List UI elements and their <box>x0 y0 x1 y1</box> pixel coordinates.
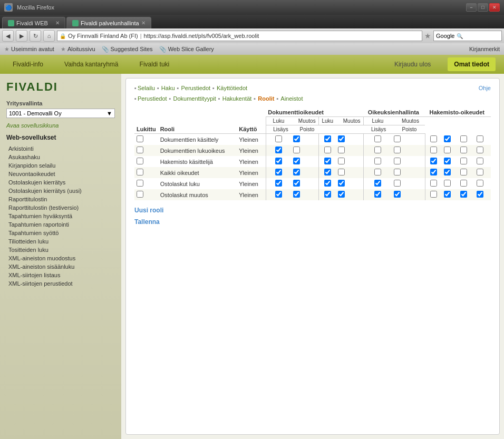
th-dok-luku: Luku <box>266 117 291 125</box>
search-google-label: Google <box>436 33 454 39</box>
app-toolbar: Fivaldi-info Vaihda kantaryhmä Fivaldi t… <box>0 55 504 74</box>
tabs-bar: Fivaldi WEB ✕ Fivaldi palvelunhallinta ✕ <box>0 15 504 28</box>
dropdown-arrow-icon: ▼ <box>106 110 112 116</box>
bookmark-aloitussivu[interactable]: ★ Aloitussivu <box>61 46 95 53</box>
address-bar[interactable]: 🔒 Oy Finnvalli Finland Ab (FI) | https:/… <box>57 31 422 41</box>
roles-table: Lukittu Rooli Käyttö Dokumenttioikeudet … <box>134 108 491 200</box>
bookmark-star-button[interactable]: ★ <box>424 32 431 40</box>
bookmark-icon: 📎 <box>102 46 109 53</box>
new-role-link[interactable]: Uusi rooli <box>134 207 491 214</box>
nav-item-tapahtumien-syotto[interactable]: Tapahtumien syöttö <box>6 229 115 237</box>
window-controls: − □ ✕ <box>466 3 500 12</box>
nav-item-ostolaskut-kierratys-uusi[interactable]: Ostolaskujen kierrätys (uusi) <box>6 187 115 195</box>
search-box[interactable]: Google 🔍 <box>433 31 502 41</box>
breadcrumb-haku[interactable]: Haku <box>161 85 175 91</box>
toolbar-fivaldi-info[interactable]: Fivaldi-info <box>8 58 47 70</box>
forward-button[interactable]: ▶ <box>16 30 27 42</box>
breadcrumb-selailu[interactable]: Selailu <box>138 85 155 91</box>
section-title: Web-sovellukset <box>6 134 115 141</box>
th-oik-luku: Luku <box>319 117 336 125</box>
back-button[interactable]: ◀ <box>2 30 14 42</box>
breadcrumb-row2: ▪ Perustiedot ▪ Dokumenttityypit ▪ Hakuk… <box>134 95 491 102</box>
nav-item-xml-perustiedot[interactable]: XML-siirtojen perustiedot <box>6 279 115 288</box>
nav-bar: ◀ ▶ ↻ ⌂ 🔒 Oy Finnvalli Finland Ab (FI) |… <box>0 28 504 43</box>
tab-close-icon[interactable]: ✕ <box>55 20 60 26</box>
breadcrumb-roolit: Roolit <box>258 95 274 102</box>
breadcrumb-hakukentat[interactable]: Hakukentät <box>222 95 252 102</box>
bookmarks-right-label: Kirjanmerkit <box>469 46 500 52</box>
nav-item-xml-muodostus[interactable]: XML-aineiston muodostus <box>6 254 115 262</box>
company-value: 1001 - Demovalli Oy <box>9 110 62 116</box>
table-row: Kaikki oikeudetYleinen <box>134 167 491 178</box>
nav-item-tapahtumien-raportointi[interactable]: Tapahtumien raportointi <box>6 220 115 229</box>
bookmarks-right-button[interactable]: Kirjanmerkit <box>469 46 500 52</box>
nav-item-ostolaskut-kierratys[interactable]: Ostolaskujen kierrätys <box>6 178 115 187</box>
open-app-link[interactable]: Avaa sovellusikkuna <box>6 122 115 129</box>
main-container: FIVALDI Yritysvallinta 1001 - Demovalli … <box>0 74 504 439</box>
address-company: Oy Finnvalli Finland Ab (FI) <box>68 33 138 39</box>
tab-fivaldi-web[interactable]: Fivaldi WEB ✕ <box>2 17 65 28</box>
th-dok-poisto: Poisto <box>291 125 319 134</box>
nav-item-tiliotteiden-luku[interactable]: Tiliotteiden luku <box>6 237 115 246</box>
nav-item-neuvonta[interactable]: Neuvontaoikeudet <box>6 170 115 178</box>
toolbar-fivaldi-tuki[interactable]: Fivaldi tuki <box>135 58 174 70</box>
table-row: Dokumenttien lukuoikeusYleinen <box>134 145 491 156</box>
nav-item-tositteiden-luku[interactable]: Tositteiden luku <box>6 246 115 254</box>
nav-item-arkistointi[interactable]: Arkistointi <box>6 144 115 153</box>
th-oik-empty1 <box>319 125 336 134</box>
tab-favicon <box>8 20 14 26</box>
bookmark-useimmin[interactable]: ★ Useimmin avatut <box>4 46 54 53</box>
nav-item-asukashaku[interactable]: Asukashaku <box>6 153 115 161</box>
content-area: ▪ Selailu ▪ Haku ▪ Perustiedot ▪ Käyttöt… <box>125 78 500 435</box>
search-icon: 🔍 <box>457 33 463 39</box>
company-label: Yritysvallinta <box>6 100 115 106</box>
tab-close-icon[interactable]: ✕ <box>141 20 146 26</box>
bookmark-label: Web Slice Gallery <box>168 46 214 52</box>
bookmark-label: Aloitussivu <box>67 46 95 52</box>
close-button[interactable]: ✕ <box>489 3 500 12</box>
help-link[interactable]: Ohje <box>479 85 491 91</box>
browser-icon: 🔵 <box>4 3 13 12</box>
nav-item-raporttitulostin-test[interactable]: Raporttitulostin (testiversio) <box>6 203 115 212</box>
refresh-button[interactable]: ↻ <box>30 30 41 42</box>
breadcrumb-perustiedot[interactable]: Perustiedot <box>181 85 210 91</box>
title-bar: 🔵 Mozilla Firefox − □ ✕ <box>0 0 504 15</box>
nav-item-tapahtumien-hyvaksynta[interactable]: Tapahtumien hyväksyntä <box>6 212 115 220</box>
nav-item-xml-sisaanluku[interactable]: XML-aineiston sisäänluku <box>6 262 115 271</box>
tab-favicon <box>72 20 79 26</box>
bookmark-label: Useimmin avatut <box>11 46 54 52</box>
toolbar-own-info-button[interactable]: Omat tiedot <box>448 57 496 71</box>
bookmark-webslice[interactable]: 📎 Web Slice Gallery <box>159 46 214 53</box>
th-rooli: Rooli <box>158 108 237 134</box>
minimize-button[interactable]: − <box>466 3 477 12</box>
breadcrumb-perustiedot2[interactable]: Perustiedot <box>138 95 167 102</box>
bookmark-suggested[interactable]: 📎 Suggested Sites <box>102 46 153 53</box>
toolbar-logout-button[interactable]: Kirjaudu ulos <box>390 58 435 70</box>
home-button[interactable]: ⌂ <box>43 30 55 42</box>
nav-item-xml-listaus[interactable]: XML-siirtojen listaus <box>6 271 115 279</box>
th-hak-lisays: Lisäys <box>364 125 392 134</box>
tab-label: Fivaldi WEB <box>16 20 48 26</box>
maximize-button[interactable]: □ <box>478 3 488 12</box>
toolbar-vaihda-kantaryhma[interactable]: Vaihda kantaryhmä <box>60 58 123 70</box>
th-oikeudet: Oikeuksienhallinta <box>364 108 425 117</box>
save-link[interactable]: Tallenna <box>134 218 491 226</box>
company-select[interactable]: 1001 - Demovalli Oy ▼ <box>6 109 115 118</box>
table-row: Ostolaskut lukuYleinen <box>134 178 491 189</box>
table-row: Ostolaskut muutosYleinen <box>134 189 491 200</box>
nav-item-kirjanpito[interactable]: Kirjanpidon selailu <box>6 161 115 170</box>
tab-label: Fivaldi palvelunhallinta <box>81 20 139 26</box>
breadcrumb-aineistot[interactable]: Aineistot <box>280 95 303 102</box>
table-row: Hakemisto käsittelijäYleinen <box>134 156 491 167</box>
tab-fivaldi-palvelunhallinta[interactable]: Fivaldi palvelunhallinta ✕ <box>66 17 151 28</box>
table-header-row1: Lukittu Rooli Käyttö Dokumenttioikeudet … <box>134 108 491 117</box>
window-title: Mozilla Firefox <box>17 4 54 11</box>
th-dokumenttioikeudet: Dokumenttioikeudet <box>266 108 364 117</box>
breadcrumb-dokumenttityypit[interactable]: Dokumenttityypit <box>173 95 216 102</box>
breadcrumb-kayttotiedot[interactable]: Käyttötiedot <box>217 85 247 91</box>
ssl-icon: 🔒 <box>60 33 66 39</box>
app-logo: FIVALDI <box>6 80 115 94</box>
th-dok-muutos: Muutos <box>291 117 319 125</box>
th-hak-muutos: Muutos <box>392 117 425 125</box>
nav-item-raporttitulostin[interactable]: Raporttitulostin <box>6 195 115 203</box>
